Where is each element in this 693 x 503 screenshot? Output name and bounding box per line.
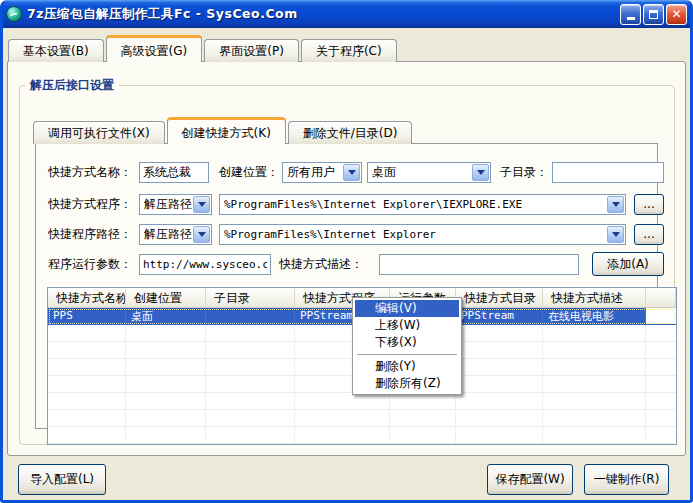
make-button[interactable]: 一键制作(R) (584, 464, 669, 495)
cell-location: 桌面 (126, 308, 206, 324)
menu-item-delete[interactable]: 删除(Y) (355, 358, 459, 375)
tab-delete-files[interactable]: 删除文件/目录(D) (288, 121, 413, 144)
location-user-combobox[interactable]: 所有用户 (282, 162, 362, 183)
column-header-location[interactable]: 创建位置 (126, 288, 206, 307)
main-tab-strip: 基本设置(B) 高级设置(G) 界面设置(P) 关于程序(C) (8, 39, 399, 62)
tab-basic-settings[interactable]: 基本设置(B) (8, 39, 104, 62)
save-config-button[interactable]: 保存配置(W) (487, 464, 573, 495)
column-header-dir[interactable]: 快捷方式目录 (456, 288, 543, 307)
chevron-down-icon (472, 164, 489, 181)
menu-item-move-up[interactable]: 上移(W) (355, 317, 459, 334)
browse-program-button[interactable]: ... (634, 194, 664, 215)
menu-item-move-down[interactable]: 下移(X) (355, 334, 459, 351)
table-row (48, 410, 676, 427)
table-row (48, 427, 676, 444)
shortcut-name-input[interactable] (139, 162, 209, 183)
maximize-button[interactable] (643, 4, 664, 25)
cell-desc: 在线电视电影 (543, 308, 646, 324)
tab-advanced-settings[interactable]: 高级设置(G) (106, 35, 203, 62)
close-icon: ✕ (671, 8, 681, 20)
context-menu: 编辑(V) 上移(W) 下移(X) 删除(Y) 删除所有(Z) (352, 297, 462, 395)
menu-item-edit[interactable]: 编辑(V) (355, 300, 459, 317)
dir-path-type-combobox[interactable]: 解压路径 (139, 224, 212, 245)
cell-subdir (206, 308, 295, 324)
column-header-filler (646, 288, 676, 307)
program-dir-value: %ProgramFiles%\Internet Explorer (220, 228, 607, 241)
shortcut-name-label: 快捷方式名称： (48, 164, 132, 181)
browse-dir-button[interactable]: ... (634, 224, 664, 245)
tab-about[interactable]: 关于程序(C) (301, 39, 397, 62)
location-place-value: 桌面 (368, 164, 472, 181)
post-extract-group: 调用可执行文件(X) 创建快捷方式(K) 删除文件/目录(D) 快捷方式名称： … (19, 85, 675, 445)
menu-separator (357, 354, 457, 355)
chevron-down-icon (607, 196, 624, 213)
chevron-down-icon (193, 226, 210, 243)
sub-tab-strip: 调用可执行文件(X) 创建快捷方式(K) 删除文件/目录(D) (33, 121, 414, 144)
run-args-input[interactable] (139, 254, 271, 275)
create-location-label: 创建位置： (219, 164, 279, 181)
shortcut-program-value: %ProgramFiles%\Internet Explorer\IEXPLOR… (220, 198, 607, 211)
run-args-label: 程序运行参数： (48, 256, 132, 273)
dir-path-type-value: 解压路径 (140, 226, 193, 243)
advanced-settings-page: 解压后接口设置 调用可执行文件(X) 创建快捷方式(K) 删除文件/目录(D) … (7, 61, 686, 456)
minimize-icon (627, 17, 635, 20)
app-window: 7z压缩包自解压制作工具Fc - SysCeo.Com ✕ 基本设置(B) 高级… (0, 0, 693, 503)
location-user-value: 所有用户 (283, 164, 343, 181)
column-header-name[interactable]: 快捷方式名称 (48, 288, 126, 307)
chevron-down-icon (343, 164, 360, 181)
tab-ui-settings[interactable]: 界面设置(P) (204, 39, 299, 62)
subdir-input[interactable] (552, 162, 664, 183)
add-button[interactable]: 添加(A) (592, 252, 664, 276)
tab-call-executable[interactable]: 调用可执行文件(X) (33, 121, 165, 144)
program-dir-label: 快捷程序路径： (48, 226, 132, 243)
create-shortcut-page: 快捷方式名称： 创建位置： 所有用户 桌面 子目录： (35, 143, 658, 429)
program-dir-combobox[interactable]: %ProgramFiles%\Internet Explorer (219, 224, 626, 245)
column-header-desc[interactable]: 快捷方式描述 (543, 288, 646, 307)
cell-name: PPS (48, 308, 126, 324)
group-title: 解压后接口设置 (25, 77, 119, 94)
program-path-type-combobox[interactable]: 解压路径 (139, 194, 212, 215)
table-row (48, 393, 676, 410)
location-place-combobox[interactable]: 桌面 (367, 162, 491, 183)
row-filler (646, 308, 676, 324)
desc-label: 快捷方式描述： (279, 256, 363, 273)
chevron-down-icon (193, 196, 210, 213)
app-icon (6, 6, 22, 22)
chevron-down-icon (607, 226, 624, 243)
tab-create-shortcut[interactable]: 创建快捷方式(K) (167, 117, 286, 144)
column-header-subdir[interactable]: 子目录 (206, 288, 295, 307)
menu-item-delete-all[interactable]: 删除所有(Z) (355, 375, 459, 392)
close-button[interactable]: ✕ (666, 4, 687, 25)
subdir-label: 子目录： (500, 164, 548, 181)
window-title: 7z压缩包自解压制作工具Fc - SysCeo.Com (27, 6, 620, 23)
minimize-button[interactable] (620, 4, 641, 25)
cell-dir: PPStream (456, 308, 543, 324)
desc-input[interactable] (379, 254, 579, 275)
program-path-type-value: 解压路径 (140, 196, 193, 213)
title-bar[interactable]: 7z压缩包自解压制作工具Fc - SysCeo.Com ✕ (0, 0, 693, 28)
maximize-icon (649, 10, 658, 19)
shortcut-program-combobox[interactable]: %ProgramFiles%\Internet Explorer\IEXPLOR… (219, 194, 626, 215)
shortcut-program-label: 快捷方式程序： (48, 196, 132, 213)
import-config-button[interactable]: 导入配置(L) (18, 464, 106, 495)
